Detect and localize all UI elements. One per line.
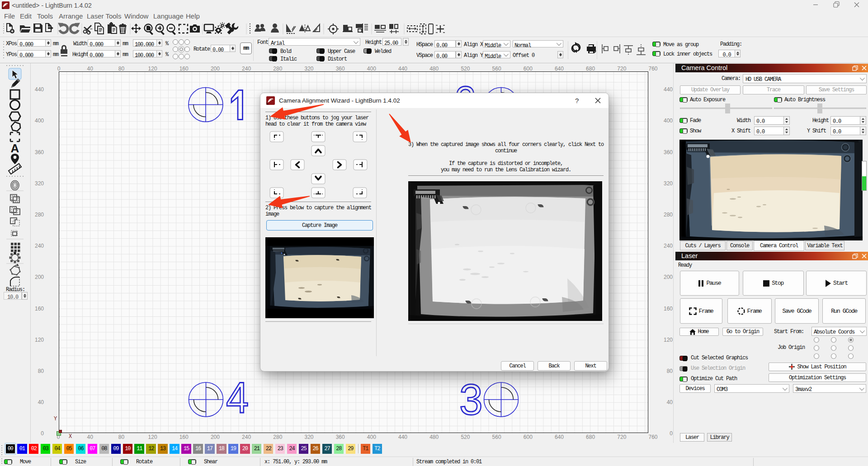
svg-text:A: A: [11, 141, 19, 155]
svg-text:3: 3: [459, 375, 483, 424]
svg-text:4: 4: [226, 373, 249, 422]
